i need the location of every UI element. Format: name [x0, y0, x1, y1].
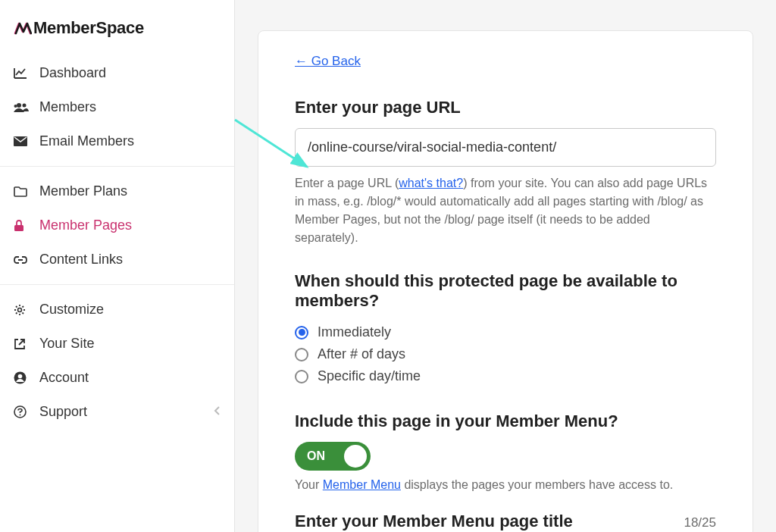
sidebar-item-members[interactable]: Members: [0, 90, 234, 124]
nav-divider: [0, 166, 234, 167]
help-post: displays the pages your members have acc…: [401, 478, 673, 491]
sidebar-item-label: Support: [39, 404, 87, 420]
lock-icon: [14, 218, 32, 233]
toggle-knob: [344, 445, 367, 468]
page-url-help: Enter a page URL (what's that?) from you…: [295, 174, 716, 247]
menu-include-toggle[interactable]: ON: [295, 442, 371, 471]
svg-point-7: [18, 374, 23, 379]
radio-icon: [295, 348, 308, 361]
svg-point-0: [17, 103, 21, 108]
radio-label: After # of days: [318, 346, 405, 362]
users-icon: [14, 100, 32, 115]
sidebar-item-member-plans[interactable]: Member Plans: [0, 174, 234, 208]
sidebar-item-label: Account: [39, 370, 89, 386]
chart-line-icon: [14, 66, 32, 81]
sidebar-item-label: Member Plans: [39, 183, 127, 199]
help-circle-icon: [14, 405, 32, 420]
folder-icon: [14, 184, 32, 199]
nav-group-3: Customize Your Site Account Support: [0, 288, 234, 433]
chevron-left-icon[interactable]: [214, 404, 221, 420]
user-circle-icon: [14, 371, 32, 386]
availability-radio-group: Immediately After # of days Specific day…: [295, 321, 716, 387]
svg-point-1: [23, 103, 27, 107]
help-pre: Your: [295, 478, 323, 491]
toggle-on-label: ON: [307, 449, 325, 463]
sidebar-item-email-members[interactable]: Email Members: [0, 124, 234, 158]
form-panel: ← Go Back Enter your page URL Enter a pa…: [258, 30, 753, 532]
help-text-pre: Enter a page URL (: [295, 177, 399, 189]
sidebar-item-label: Email Members: [39, 133, 134, 149]
svg-point-5: [18, 308, 22, 311]
sidebar-item-account[interactable]: Account: [0, 361, 234, 395]
sidebar-item-label: Customize: [39, 302, 104, 318]
sidebar-item-label: Content Links: [39, 252, 123, 268]
menu-title-label: Enter your Member Menu page title: [295, 512, 573, 531]
radio-label: Immediately: [318, 324, 391, 340]
sidebar-item-label: Members: [39, 99, 96, 115]
sidebar-item-dashboard[interactable]: Dashboard: [0, 56, 234, 90]
svg-point-9: [20, 415, 21, 416]
sidebar-item-content-links[interactable]: Content Links: [0, 243, 234, 277]
main-content: ← Go Back Enter your page URL Enter a pa…: [235, 30, 776, 532]
page-url-label: Enter your page URL: [295, 98, 716, 117]
char-counter: 18/25: [684, 515, 716, 530]
go-back-link[interactable]: ← Go Back: [295, 54, 361, 69]
sidebar-item-customize[interactable]: Customize: [0, 293, 234, 327]
sidebar-item-your-site[interactable]: Your Site: [0, 327, 234, 361]
sidebar-item-member-pages[interactable]: Member Pages: [0, 208, 234, 243]
member-menu-link[interactable]: Member Menu: [323, 478, 401, 491]
radio-icon: [295, 370, 308, 383]
sidebar-item-label: Your Site: [39, 336, 94, 352]
sidebar-item-label: Dashboard: [39, 65, 106, 81]
logo-text: MemberSpace: [33, 18, 144, 38]
link-icon: [14, 252, 32, 268]
nav-divider: [0, 284, 234, 285]
sidebar-item-support[interactable]: Support: [0, 395, 234, 429]
radio-immediately[interactable]: Immediately: [295, 321, 716, 343]
sidebar-item-label: Member Pages: [39, 217, 132, 233]
whats-that-link[interactable]: what's that?: [399, 177, 463, 189]
menu-include-label: Include this page in your Member Menu?: [295, 412, 716, 431]
logo: MemberSpace: [0, 0, 234, 52]
page-url-input[interactable]: [295, 128, 716, 167]
gear-icon: [14, 302, 32, 318]
radio-label: Specific day/time: [318, 368, 421, 384]
nav-group-2: Member Plans Member Pages Content Links: [0, 170, 234, 281]
external-link-icon: [14, 336, 32, 352]
radio-specific-time[interactable]: Specific day/time: [295, 365, 716, 387]
envelope-icon: [14, 134, 32, 149]
nav-group-1: Dashboard Members Email Members: [0, 52, 234, 163]
availability-label: When should this protected page be avail…: [295, 271, 716, 311]
sidebar: MemberSpace Dashboard Members Email Memb…: [0, 0, 235, 532]
logo-mark-icon: [14, 21, 32, 35]
menu-include-help: Your Member Menu displays the pages your…: [295, 478, 716, 492]
svg-point-2: [14, 105, 17, 108]
svg-rect-4: [14, 225, 23, 231]
radio-after-days[interactable]: After # of days: [295, 343, 716, 365]
radio-icon: [295, 326, 308, 340]
